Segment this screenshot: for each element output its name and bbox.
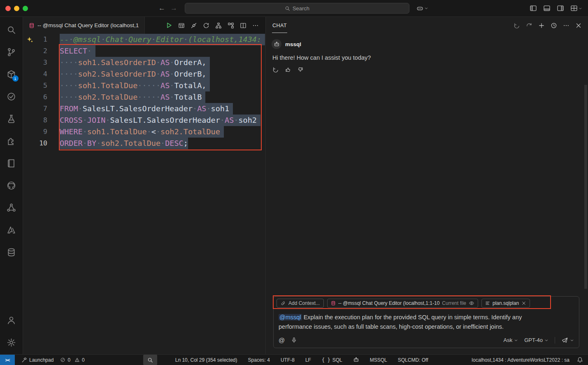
chat-tab[interactable]: CHAT (272, 18, 287, 33)
errors-icon (60, 357, 65, 363)
minimize-window-button[interactable] (14, 6, 19, 11)
code-line-9[interactable]: 9WHERE·soh1.TotalDue·<·soh2.TotalDue (23, 126, 265, 138)
add-context-button[interactable]: Add Context... (277, 299, 324, 308)
assistant-message: Hi there! How can I assist you today? (272, 54, 582, 61)
launchpad-item[interactable]: Launchpad (21, 357, 53, 363)
activity-database[interactable] (2, 241, 21, 263)
editor-tab[interactable]: -- @mssql Chat Query Editor (localhost,1 (23, 17, 145, 34)
chat-prompt-input[interactable]: @mssql Explain the execution plan for th… (274, 310, 548, 333)
code-line-6[interactable]: 6····soh2.TotalDue·····AS·TotalB (23, 91, 265, 103)
code-editor[interactable]: 1--·@mssql·Chat·Query·Editor·(localhost,… (23, 34, 265, 354)
mode-dropdown[interactable]: Ask (504, 337, 518, 343)
toggle-panel-icon[interactable] (543, 5, 551, 12)
activity-flask[interactable] (2, 108, 21, 130)
zoom-window-button[interactable] (23, 6, 28, 11)
line-number: 10 (23, 138, 47, 149)
query-plan-icon[interactable] (228, 22, 234, 29)
split-editor-icon[interactable] (240, 22, 246, 29)
code-line-1[interactable]: 1--·@mssql·Chat·Query·Editor·(localhost,… (23, 34, 265, 45)
mention-button[interactable]: @ (279, 337, 285, 343)
activity-github[interactable] (2, 174, 21, 197)
chat-input-box[interactable]: Add Context... -- @mssql Chat Query Edit… (273, 296, 579, 348)
magnifier-status-item[interactable] (143, 355, 157, 365)
diagnostics-item[interactable]: 0 0 (60, 357, 84, 363)
line-text: ····soh1.SalesOrderID·AS·OrderA, (60, 57, 210, 68)
model-dropdown[interactable]: GPT-4o (524, 337, 548, 343)
code-line-10[interactable]: 10ORDER·BY·soh2.TotalDue·DESC; (23, 138, 265, 149)
activity-accounts[interactable] (2, 309, 21, 331)
chat-header: CHAT (266, 17, 588, 34)
message-author: mssql (285, 41, 301, 47)
activity-source-control[interactable] (2, 41, 21, 63)
chat-scrollbar[interactable] (584, 85, 587, 289)
nav-forward-icon: → (170, 4, 177, 12)
code-line-4[interactable]: 4····soh2.SalesOrderID·AS·OrderB, (23, 68, 265, 80)
encoding-item[interactable]: UTF-8 (281, 357, 295, 363)
notifications-bell-icon[interactable] (577, 357, 583, 363)
activity-docs-book[interactable] (2, 152, 21, 174)
copilot-titlebar-menu[interactable] (416, 0, 428, 16)
more-actions-icon[interactable] (252, 22, 259, 29)
indentation-item[interactable]: Spaces: 4 (248, 357, 270, 363)
sqlcmd-item[interactable]: SQLCMD: Off (398, 357, 428, 363)
context-pill-1[interactable]: -- @mssql Chat Query Editor (localhost,1… (327, 299, 478, 308)
toggle-sidebar-icon[interactable] (530, 5, 537, 12)
rerun-icon[interactable] (272, 66, 279, 73)
toggle-secondary-sidebar-icon[interactable] (557, 5, 564, 12)
results-grid-icon[interactable] (178, 22, 185, 29)
pill-label: -- @mssql Chat Query Editor (localhost,1… (338, 300, 439, 306)
send-button[interactable] (561, 337, 574, 344)
thumbs-down-icon[interactable] (297, 66, 304, 73)
code-line-7[interactable]: 7FROM·SalesLT.SalesOrderHeader·AS·soh1 (23, 103, 265, 115)
connection-item[interactable]: localhost,1434 : AdventureWorksLT2022 : … (472, 357, 569, 363)
activity-tests[interactable] (2, 85, 21, 108)
divider (555, 337, 555, 344)
activity-extensions-box[interactable]: 1 (2, 63, 21, 85)
line-text: SELECT· (60, 45, 95, 57)
customize-layout-icon[interactable] (570, 5, 582, 12)
code-line-5[interactable]: 5····soh1.TotalDue·····AS·TotalA, (23, 80, 265, 91)
magnifier-icon (147, 357, 153, 363)
line-number: 4 (23, 68, 47, 80)
close-icon[interactable] (521, 301, 526, 306)
activity-settings-gear[interactable] (2, 331, 21, 353)
copilot-sparkle-icon[interactable] (26, 36, 33, 43)
code-line-8[interactable]: 8CROSS·JOIN·SalesLT.SalesOrderHeader·AS·… (23, 115, 265, 126)
command-center-search[interactable]: Search (185, 3, 409, 14)
copilot-status-icon[interactable] (353, 357, 359, 363)
mention-chip: @mssql (279, 314, 302, 321)
context-pill-2[interactable]: plan.sqlplan (481, 299, 530, 308)
close-panel-icon[interactable] (575, 22, 582, 29)
chevron-down-icon (579, 7, 582, 10)
cursor-position-item[interactable]: Ln 10, Col 29 (354 selected) (175, 357, 237, 363)
thumbs-up-icon[interactable] (285, 66, 291, 73)
close-window-button[interactable] (5, 6, 11, 11)
activity-extensions[interactable] (2, 130, 21, 152)
eol-item[interactable]: LF (305, 357, 311, 363)
mssql-item[interactable]: MSSQL (370, 357, 387, 363)
chat-history-icon[interactable] (551, 22, 557, 29)
activity-azure[interactable] (2, 219, 21, 241)
change-connection-icon[interactable] (203, 22, 209, 29)
activity-search[interactable] (2, 19, 21, 41)
remote-indicator[interactable]: >< (0, 355, 15, 365)
database-icon (331, 301, 336, 306)
new-chat-button[interactable] (538, 22, 545, 29)
disconnect-icon[interactable] (191, 22, 197, 29)
run-query-button[interactable] (165, 22, 172, 29)
language-mode-item[interactable]: { }SQL (322, 357, 342, 363)
code-line-2[interactable]: 2SELECT· (23, 45, 265, 57)
eye-icon[interactable] (469, 300, 474, 306)
undo-icon[interactable] (514, 22, 520, 29)
chat-more-icon[interactable] (563, 22, 569, 29)
nav-back-icon[interactable]: ← (158, 4, 165, 12)
schema-icon[interactable] (215, 22, 222, 29)
redo-icon[interactable] (526, 22, 532, 29)
code-line-3[interactable]: 3····soh1.SalesOrderID·AS·OrderA, (23, 57, 265, 68)
title-bar: ← → Search (0, 0, 588, 17)
line-text: ····soh1.TotalDue·····AS·TotalA, (60, 80, 210, 91)
microphone-icon[interactable] (291, 337, 297, 343)
activity-remote-hub[interactable] (2, 197, 21, 219)
pill-label: plan.sqlplan (493, 300, 519, 306)
line-text: CROSS·JOIN·SalesLT.SalesOrderHeader·AS·s… (60, 115, 260, 126)
